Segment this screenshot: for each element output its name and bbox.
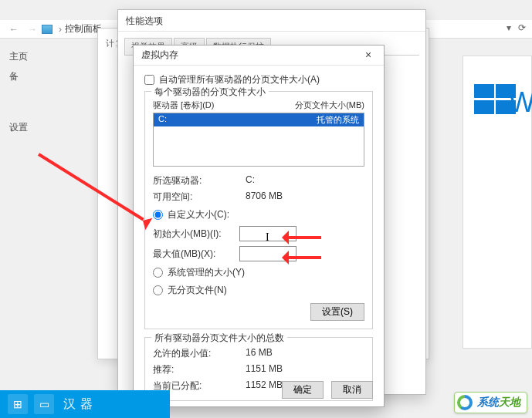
ok-button[interactable]: 确定: [282, 381, 324, 399]
taskbar: ⊞ ▭ 汉器: [0, 390, 170, 418]
col-paging-header: 分页文件大小(MB): [295, 99, 364, 111]
nav-forward-icon[interactable]: →: [28, 24, 37, 35]
avail-space-label: 可用空间:: [153, 190, 246, 204]
close-button[interactable]: ×: [357, 48, 379, 63]
vm-dialog-title: 虚拟内存: [141, 49, 178, 62]
taskbar-label: 汉器: [63, 396, 97, 413]
breadcrumb[interactable]: 控制面板: [65, 22, 102, 35]
per-drive-group: 驱动器 [卷标](D) 分页文件大小(MB) C: 托管的系统 所选驱动器: C…: [144, 91, 373, 329]
min-allowed-label: 允许的最小值:: [153, 347, 246, 360]
auto-manage-label: 自动管理所有驱动器的分页文件大小(A): [159, 73, 320, 86]
initial-size-input[interactable]: [239, 226, 296, 241]
cancel-button[interactable]: 取消: [331, 381, 373, 399]
vm-titlebar: 虚拟内存 ×: [134, 46, 384, 66]
drive-paging: 托管的系统: [317, 114, 359, 126]
sidebar-item-backup[interactable]: 备: [9, 66, 28, 86]
watermark-logo-icon: [457, 395, 473, 410]
drive-name: C:: [158, 114, 167, 126]
col-drive-header: 驱动器 [卷标](D): [153, 99, 214, 111]
min-allowed-value: 16 MB: [246, 347, 273, 360]
sidebar-item-settings[interactable]: 设置: [9, 117, 28, 137]
folder-icon: [42, 25, 53, 34]
auto-manage-checkbox[interactable]: [144, 75, 154, 85]
perf-dialog-title: 性能选项: [118, 10, 425, 32]
drive-row-c[interactable]: C: 托管的系统: [154, 113, 364, 126]
recommended-value: 1151 MB: [246, 363, 283, 376]
radio-no-paging[interactable]: [153, 285, 163, 295]
radio-custom-size[interactable]: [153, 210, 163, 220]
initial-size-label: 初始大小(MB)(I):: [153, 228, 239, 241]
radio-system-size[interactable]: [153, 268, 163, 278]
refresh-icon[interactable]: ⟳: [518, 22, 526, 33]
taskbar-start-icon[interactable]: ⊞: [8, 394, 28, 414]
sidebar-item-home[interactable]: 主页: [9, 46, 28, 66]
radio-custom-label: 自定义大小(C):: [168, 208, 229, 221]
max-size-label: 最大值(MB)(X):: [153, 248, 239, 261]
max-size-input[interactable]: [239, 246, 296, 261]
selected-drive-label: 所选驱动器:: [153, 174, 246, 187]
watermark-text-1: 系统: [477, 396, 499, 410]
taskbar-task-icon[interactable]: ▭: [34, 394, 54, 414]
addr-dropdown-icon[interactable]: ▾: [507, 22, 511, 33]
set-button[interactable]: 设置(S): [310, 303, 364, 321]
virtual-memory-dialog: 虚拟内存 × 自动管理所有驱动器的分页文件大小(A) 驱动器 [卷标](D) 分…: [133, 45, 385, 407]
watermark: 系统 天地: [454, 392, 527, 413]
radio-system-label: 系统管理的大小(Y): [168, 266, 245, 279]
nav-back-icon[interactable]: ←: [9, 24, 19, 35]
radio-none-label: 无分页文件(N): [168, 284, 227, 297]
current-value: 1152 MB: [246, 379, 283, 393]
watermark-text-2: 天地: [499, 396, 520, 410]
drive-list[interactable]: C: 托管的系统: [153, 113, 364, 167]
windows-logo-text: W: [509, 86, 532, 119]
avail-space-value: 8706 MB: [246, 190, 283, 204]
sidebar: 主页 备 设置: [9, 46, 28, 137]
selected-drive-value: C:: [246, 174, 255, 187]
recommended-label: 推荐:: [153, 363, 246, 376]
breadcrumb-sep: ›: [59, 24, 62, 35]
